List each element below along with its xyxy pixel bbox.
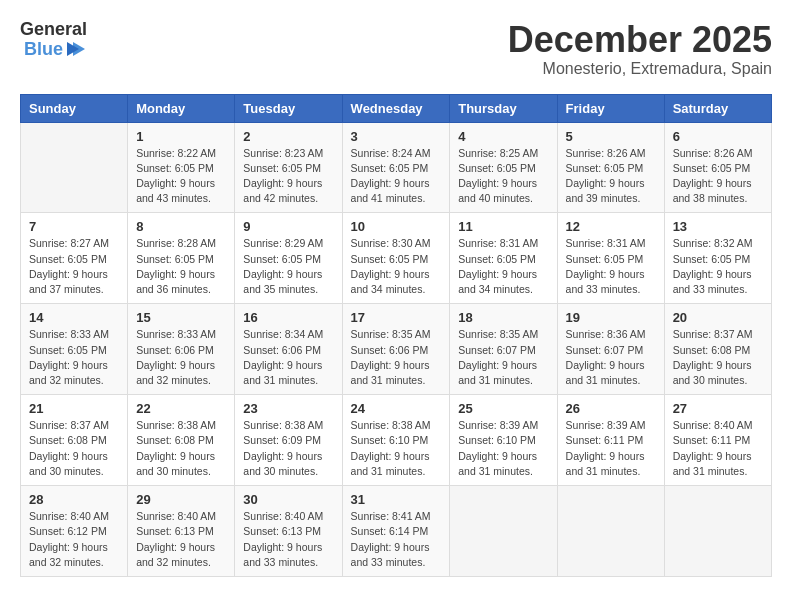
- day-number: 2: [243, 129, 333, 144]
- day-info: Sunrise: 8:36 AMSunset: 6:07 PMDaylight:…: [566, 327, 656, 388]
- day-info: Sunrise: 8:35 AMSunset: 6:06 PMDaylight:…: [351, 327, 442, 388]
- day-info: Sunrise: 8:26 AMSunset: 6:05 PMDaylight:…: [673, 146, 763, 207]
- day-cell: 25Sunrise: 8:39 AMSunset: 6:10 PMDayligh…: [450, 395, 557, 486]
- day-cell: 6Sunrise: 8:26 AMSunset: 6:05 PMDaylight…: [664, 122, 771, 213]
- day-number: 17: [351, 310, 442, 325]
- title-area: December 2025 Monesterio, Extremadura, S…: [508, 20, 772, 78]
- day-number: 30: [243, 492, 333, 507]
- day-number: 13: [673, 219, 763, 234]
- day-number: 8: [136, 219, 226, 234]
- day-cell: 21Sunrise: 8:37 AMSunset: 6:08 PMDayligh…: [21, 395, 128, 486]
- day-info: Sunrise: 8:29 AMSunset: 6:05 PMDaylight:…: [243, 236, 333, 297]
- day-info: Sunrise: 8:34 AMSunset: 6:06 PMDaylight:…: [243, 327, 333, 388]
- day-info: Sunrise: 8:40 AMSunset: 6:11 PMDaylight:…: [673, 418, 763, 479]
- header-cell-thursday: Thursday: [450, 94, 557, 122]
- logo: General Blue: [20, 20, 87, 60]
- day-info: Sunrise: 8:28 AMSunset: 6:05 PMDaylight:…: [136, 236, 226, 297]
- day-info: Sunrise: 8:39 AMSunset: 6:11 PMDaylight:…: [566, 418, 656, 479]
- week-row-2: 14Sunrise: 8:33 AMSunset: 6:05 PMDayligh…: [21, 304, 772, 395]
- day-cell: 11Sunrise: 8:31 AMSunset: 6:05 PMDayligh…: [450, 213, 557, 304]
- day-number: 24: [351, 401, 442, 416]
- day-info: Sunrise: 8:40 AMSunset: 6:12 PMDaylight:…: [29, 509, 119, 570]
- day-info: Sunrise: 8:37 AMSunset: 6:08 PMDaylight:…: [673, 327, 763, 388]
- day-info: Sunrise: 8:40 AMSunset: 6:13 PMDaylight:…: [243, 509, 333, 570]
- day-info: Sunrise: 8:25 AMSunset: 6:05 PMDaylight:…: [458, 146, 548, 207]
- header-cell-monday: Monday: [128, 94, 235, 122]
- day-number: 29: [136, 492, 226, 507]
- day-cell: 9Sunrise: 8:29 AMSunset: 6:05 PMDaylight…: [235, 213, 342, 304]
- day-cell: 2Sunrise: 8:23 AMSunset: 6:05 PMDaylight…: [235, 122, 342, 213]
- day-number: 20: [673, 310, 763, 325]
- day-number: 12: [566, 219, 656, 234]
- header-cell-saturday: Saturday: [664, 94, 771, 122]
- day-number: 1: [136, 129, 226, 144]
- day-info: Sunrise: 8:31 AMSunset: 6:05 PMDaylight:…: [566, 236, 656, 297]
- day-number: 9: [243, 219, 333, 234]
- day-info: Sunrise: 8:39 AMSunset: 6:10 PMDaylight:…: [458, 418, 548, 479]
- day-number: 27: [673, 401, 763, 416]
- header-cell-tuesday: Tuesday: [235, 94, 342, 122]
- location-title: Monesterio, Extremadura, Spain: [508, 60, 772, 78]
- day-number: 28: [29, 492, 119, 507]
- day-info: Sunrise: 8:30 AMSunset: 6:05 PMDaylight:…: [351, 236, 442, 297]
- calendar-table: SundayMondayTuesdayWednesdayThursdayFrid…: [20, 94, 772, 577]
- day-number: 23: [243, 401, 333, 416]
- week-row-1: 7Sunrise: 8:27 AMSunset: 6:05 PMDaylight…: [21, 213, 772, 304]
- day-number: 16: [243, 310, 333, 325]
- day-cell: 10Sunrise: 8:30 AMSunset: 6:05 PMDayligh…: [342, 213, 450, 304]
- day-cell: 19Sunrise: 8:36 AMSunset: 6:07 PMDayligh…: [557, 304, 664, 395]
- day-number: 11: [458, 219, 548, 234]
- day-cell: 5Sunrise: 8:26 AMSunset: 6:05 PMDaylight…: [557, 122, 664, 213]
- day-info: Sunrise: 8:24 AMSunset: 6:05 PMDaylight:…: [351, 146, 442, 207]
- day-number: 25: [458, 401, 548, 416]
- day-info: Sunrise: 8:33 AMSunset: 6:06 PMDaylight:…: [136, 327, 226, 388]
- day-number: 4: [458, 129, 548, 144]
- day-info: Sunrise: 8:38 AMSunset: 6:08 PMDaylight:…: [136, 418, 226, 479]
- day-info: Sunrise: 8:26 AMSunset: 6:05 PMDaylight:…: [566, 146, 656, 207]
- day-number: 19: [566, 310, 656, 325]
- day-number: 31: [351, 492, 442, 507]
- header-cell-sunday: Sunday: [21, 94, 128, 122]
- day-cell: [557, 486, 664, 577]
- day-number: 18: [458, 310, 548, 325]
- calendar-header-row: SundayMondayTuesdayWednesdayThursdayFrid…: [21, 94, 772, 122]
- logo-general: General: [20, 20, 87, 38]
- day-info: Sunrise: 8:23 AMSunset: 6:05 PMDaylight:…: [243, 146, 333, 207]
- day-info: Sunrise: 8:40 AMSunset: 6:13 PMDaylight:…: [136, 509, 226, 570]
- day-cell: 26Sunrise: 8:39 AMSunset: 6:11 PMDayligh…: [557, 395, 664, 486]
- day-cell: 22Sunrise: 8:38 AMSunset: 6:08 PMDayligh…: [128, 395, 235, 486]
- day-cell: 1Sunrise: 8:22 AMSunset: 6:05 PMDaylight…: [128, 122, 235, 213]
- day-cell: 24Sunrise: 8:38 AMSunset: 6:10 PMDayligh…: [342, 395, 450, 486]
- day-info: Sunrise: 8:41 AMSunset: 6:14 PMDaylight:…: [351, 509, 442, 570]
- week-row-4: 28Sunrise: 8:40 AMSunset: 6:12 PMDayligh…: [21, 486, 772, 577]
- day-number: 7: [29, 219, 119, 234]
- day-cell: 12Sunrise: 8:31 AMSunset: 6:05 PMDayligh…: [557, 213, 664, 304]
- header: General Blue December 2025 Monesterio, E…: [20, 20, 772, 78]
- day-cell: 17Sunrise: 8:35 AMSunset: 6:06 PMDayligh…: [342, 304, 450, 395]
- day-number: 5: [566, 129, 656, 144]
- day-info: Sunrise: 8:33 AMSunset: 6:05 PMDaylight:…: [29, 327, 119, 388]
- day-cell: 28Sunrise: 8:40 AMSunset: 6:12 PMDayligh…: [21, 486, 128, 577]
- day-info: Sunrise: 8:38 AMSunset: 6:10 PMDaylight:…: [351, 418, 442, 479]
- day-cell: 15Sunrise: 8:33 AMSunset: 6:06 PMDayligh…: [128, 304, 235, 395]
- day-cell: 7Sunrise: 8:27 AMSunset: 6:05 PMDaylight…: [21, 213, 128, 304]
- day-number: 14: [29, 310, 119, 325]
- day-number: 3: [351, 129, 442, 144]
- logo-icon: [65, 38, 87, 60]
- month-title: December 2025: [508, 20, 772, 60]
- day-cell: 13Sunrise: 8:32 AMSunset: 6:05 PMDayligh…: [664, 213, 771, 304]
- day-cell: [664, 486, 771, 577]
- day-cell: 31Sunrise: 8:41 AMSunset: 6:14 PMDayligh…: [342, 486, 450, 577]
- day-info: Sunrise: 8:31 AMSunset: 6:05 PMDaylight:…: [458, 236, 548, 297]
- day-cell: 4Sunrise: 8:25 AMSunset: 6:05 PMDaylight…: [450, 122, 557, 213]
- day-info: Sunrise: 8:27 AMSunset: 6:05 PMDaylight:…: [29, 236, 119, 297]
- day-cell: [21, 122, 128, 213]
- day-info: Sunrise: 8:32 AMSunset: 6:05 PMDaylight:…: [673, 236, 763, 297]
- day-number: 6: [673, 129, 763, 144]
- day-number: 10: [351, 219, 442, 234]
- day-info: Sunrise: 8:37 AMSunset: 6:08 PMDaylight:…: [29, 418, 119, 479]
- header-cell-friday: Friday: [557, 94, 664, 122]
- day-number: 26: [566, 401, 656, 416]
- calendar-body: 1Sunrise: 8:22 AMSunset: 6:05 PMDaylight…: [21, 122, 772, 576]
- day-number: 21: [29, 401, 119, 416]
